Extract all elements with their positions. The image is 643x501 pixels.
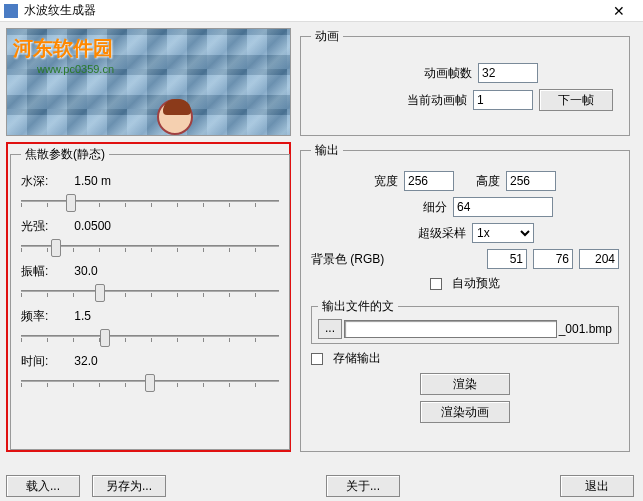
intensity-thumb[interactable] [51, 239, 61, 257]
store-output-label: 存储输出 [333, 350, 381, 367]
frequency-slider[interactable] [21, 327, 279, 347]
output-file-legend: 输出文件的文 [318, 298, 398, 315]
close-button[interactable]: ✕ [599, 0, 639, 22]
bg-g-input[interactable] [533, 249, 573, 269]
render-button[interactable]: 渲染 [420, 373, 510, 395]
depth-row: 水深: 1.50 m [21, 173, 279, 190]
frequency-thumb[interactable] [100, 329, 110, 347]
frequency-row: 频率: 1.5 [21, 308, 279, 325]
width-input[interactable] [404, 171, 454, 191]
content-area: 河东软件园 www.pc0359.cn 焦散参数(静态) 水深: 1.50 m … [0, 22, 643, 501]
caustic-highlight-box: 焦散参数(静态) 水深: 1.50 m 光强: 0.0500 振幅: 30.0 [6, 142, 291, 452]
depth-thumb[interactable] [66, 194, 76, 212]
supersample-label: 超级采样 [396, 225, 466, 242]
animation-legend: 动画 [311, 28, 343, 45]
intensity-label: 光强: [21, 218, 71, 235]
frames-label: 动画帧数 [392, 65, 472, 82]
time-label: 时间: [21, 353, 71, 370]
amplitude-label: 振幅: [21, 263, 71, 280]
frequency-label: 频率: [21, 308, 71, 325]
subdiv-label: 细分 [377, 199, 447, 216]
load-button[interactable]: 载入... [6, 475, 80, 497]
animation-group: 动画 动画帧数 当前动画帧 下一帧 [300, 28, 630, 136]
preview-image: 河东软件园 www.pc0359.cn [6, 28, 291, 136]
frames-input[interactable] [478, 63, 538, 83]
watermark-logo: 河东软件园 [13, 35, 113, 62]
intensity-value: 0.0500 [74, 219, 111, 233]
width-label: 宽度 [374, 173, 398, 190]
about-button[interactable]: 关于... [326, 475, 400, 497]
output-suffix: _001.bmp [559, 322, 612, 336]
next-frame-button[interactable]: 下一帧 [539, 89, 613, 111]
autopreview-checkbox[interactable] [430, 278, 442, 290]
browse-button[interactable]: ... [318, 319, 342, 339]
intensity-row: 光强: 0.0500 [21, 218, 279, 235]
frequency-value: 1.5 [74, 309, 91, 323]
app-icon [4, 4, 18, 18]
output-path-input[interactable] [344, 320, 557, 338]
current-frame-label: 当前动画帧 [387, 92, 467, 109]
subdiv-input[interactable] [453, 197, 553, 217]
watermark-url: www.pc0359.cn [37, 63, 114, 75]
time-row: 时间: 32.0 [21, 353, 279, 370]
bg-r-input[interactable] [487, 249, 527, 269]
amplitude-row: 振幅: 30.0 [21, 263, 279, 280]
output-legend: 输出 [311, 142, 343, 159]
intensity-slider[interactable] [21, 237, 279, 257]
amplitude-thumb[interactable] [95, 284, 105, 302]
exit-button[interactable]: 退出 [560, 475, 634, 497]
current-frame-input[interactable] [473, 90, 533, 110]
amplitude-value: 30.0 [74, 264, 97, 278]
time-slider[interactable] [21, 372, 279, 392]
render-anim-button[interactable]: 渲染动画 [420, 401, 510, 423]
amplitude-slider[interactable] [21, 282, 279, 302]
time-thumb[interactable] [145, 374, 155, 392]
output-file-group: 输出文件的文 ... _001.bmp [311, 298, 619, 344]
saveas-button[interactable]: 另存为... [92, 475, 166, 497]
time-value: 32.0 [74, 354, 97, 368]
window-title: 水波纹生成器 [24, 2, 599, 19]
bottom-bar: 载入... 另存为... 关于... 退出 [6, 475, 634, 497]
depth-value: 1.50 m [74, 174, 111, 188]
store-output-checkbox[interactable] [311, 353, 323, 365]
autopreview-label: 自动预览 [452, 275, 500, 292]
supersample-select[interactable]: 1x [472, 223, 534, 243]
height-input[interactable] [506, 171, 556, 191]
caustic-legend: 焦散参数(静态) [21, 146, 109, 163]
depth-label: 水深: [21, 173, 71, 190]
titlebar: 水波纹生成器 ✕ [0, 0, 643, 22]
bgcolor-label: 背景色 (RGB) [311, 251, 401, 268]
caustic-params-group: 焦散参数(静态) 水深: 1.50 m 光强: 0.0500 振幅: 30.0 [10, 146, 290, 450]
bg-b-input[interactable] [579, 249, 619, 269]
depth-slider[interactable] [21, 192, 279, 212]
height-label: 高度 [476, 173, 500, 190]
output-group: 输出 宽度 高度 细分 超级采样 1x 背景色 (RGB) 自动预览 [300, 142, 630, 452]
cartoon-character [157, 99, 193, 135]
